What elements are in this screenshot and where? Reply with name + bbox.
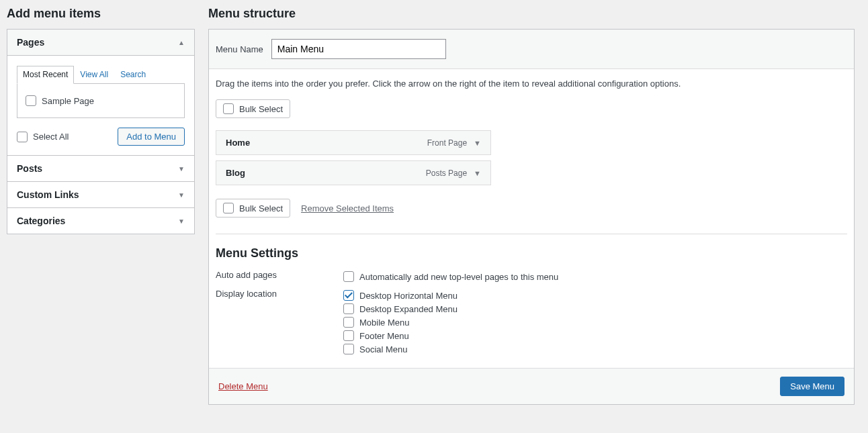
menu-item-title: Home xyxy=(226,138,250,148)
menu-settings: Menu Settings Auto add pages Automatical… xyxy=(216,246,847,356)
location-label-4: Social Menu xyxy=(359,344,408,354)
menu-frame: Menu Name Drag the items into the order … xyxy=(208,29,855,405)
chevron-down-icon: ▼ xyxy=(178,218,185,225)
menu-footer: Delete Menu Save Menu xyxy=(209,368,854,404)
location-social[interactable]: Social Menu xyxy=(343,342,847,356)
location-label-1: Desktop Expanded Menu xyxy=(359,304,458,314)
accordion-custom-links-header[interactable]: Custom Links ▼ xyxy=(7,182,194,208)
location-label-3: Footer Menu xyxy=(359,331,409,341)
accordion-categories-header[interactable]: Categories ▼ xyxy=(7,208,194,234)
add-to-menu-button[interactable]: Add to Menu xyxy=(118,128,185,146)
location-checkbox-1[interactable] xyxy=(343,303,354,314)
menu-items-list: Home Front Page ▼ Blog Posts Page ▼ xyxy=(216,130,847,185)
chevron-down-icon[interactable]: ▼ xyxy=(474,139,481,147)
bulk-select-label: Bulk Select xyxy=(239,104,283,114)
pages-tab-content: Sample Page xyxy=(17,83,185,118)
location-checkbox-3[interactable] xyxy=(343,330,354,341)
display-location-options: Desktop Horizontal Menu Desktop Expanded… xyxy=(343,289,847,356)
display-location-label: Display location xyxy=(216,289,343,356)
location-checkbox-2[interactable] xyxy=(343,317,354,328)
location-mobile[interactable]: Mobile Menu xyxy=(343,316,847,329)
auto-add-pages-checkbox[interactable] xyxy=(343,271,354,282)
page-item-checkbox[interactable] xyxy=(26,95,36,106)
location-label-2: Mobile Menu xyxy=(359,318,409,328)
delete-menu-link[interactable]: Delete Menu xyxy=(218,381,268,391)
tab-most-recent[interactable]: Most Recent xyxy=(17,66,74,84)
bulk-select-bottom[interactable]: Bulk Select xyxy=(216,199,290,218)
bulk-select-label-bottom: Bulk Select xyxy=(239,203,283,213)
instructions-text: Drag the items into the order you prefer… xyxy=(216,79,847,89)
divider xyxy=(216,234,847,234)
accordion-custom-links-label: Custom Links xyxy=(17,189,79,200)
page-item-sample-page[interactable]: Sample Page xyxy=(26,92,176,109)
menu-settings-heading: Menu Settings xyxy=(216,246,847,260)
menu-structure-heading: Menu structure xyxy=(208,7,855,21)
location-checkbox-0[interactable] xyxy=(343,290,354,301)
location-checkbox-4[interactable] xyxy=(343,344,354,354)
page-item-label: Sample Page xyxy=(42,96,94,106)
auto-add-pages-option[interactable]: Automatically add new top-level pages to… xyxy=(343,270,847,283)
auto-add-pages-label: Auto add pages xyxy=(216,270,343,283)
menu-item-home[interactable]: Home Front Page ▼ xyxy=(216,130,491,155)
accordion-pages-label: Pages xyxy=(17,37,44,48)
menu-item-type: Front Page xyxy=(427,138,467,148)
chevron-up-icon: ▲ xyxy=(178,39,185,46)
location-footer[interactable]: Footer Menu xyxy=(343,329,847,342)
menu-item-blog[interactable]: Blog Posts Page ▼ xyxy=(216,160,491,185)
menu-name-label: Menu Name xyxy=(216,44,263,54)
select-all-label: Select All xyxy=(33,132,69,142)
location-desktop-horizontal[interactable]: Desktop Horizontal Menu xyxy=(343,289,847,302)
tab-view-all[interactable]: View All xyxy=(74,66,114,84)
menu-header: Menu Name xyxy=(209,30,854,69)
bulk-select-checkbox-top[interactable] xyxy=(223,103,234,114)
pages-tab-row: Most Recent View All Search xyxy=(17,65,185,83)
accordion-pages-header[interactable]: Pages ▲ xyxy=(7,30,194,56)
menu-item-title: Blog xyxy=(226,168,245,178)
bulk-select-top[interactable]: Bulk Select xyxy=(216,99,290,118)
location-desktop-expanded[interactable]: Desktop Expanded Menu xyxy=(343,302,847,316)
select-all-checkbox[interactable] xyxy=(17,132,28,142)
bulk-select-checkbox-bottom[interactable] xyxy=(223,203,234,213)
save-menu-button[interactable]: Save Menu xyxy=(780,377,844,396)
remove-selected-link: Remove Selected Items xyxy=(301,203,394,213)
menu-item-type: Posts Page xyxy=(426,169,467,178)
select-all-row[interactable]: Select All xyxy=(17,132,69,142)
tab-search[interactable]: Search xyxy=(114,66,152,84)
chevron-down-icon[interactable]: ▼ xyxy=(474,169,481,177)
menu-name-input[interactable] xyxy=(271,39,446,59)
location-label-0: Desktop Horizontal Menu xyxy=(359,291,458,301)
accordion-categories-label: Categories xyxy=(17,215,65,226)
chevron-down-icon: ▼ xyxy=(178,191,185,199)
add-menu-items-heading: Add menu items xyxy=(7,7,195,21)
accordion-posts-label: Posts xyxy=(17,163,42,174)
auto-add-pages-text: Automatically add new top-level pages to… xyxy=(359,272,558,282)
chevron-down-icon: ▼ xyxy=(178,165,185,173)
accordion-posts-header[interactable]: Posts ▼ xyxy=(7,156,194,182)
accordion: Pages ▲ Most Recent View All Search Samp… xyxy=(7,29,195,234)
accordion-pages-body: Most Recent View All Search Sample Page … xyxy=(7,56,194,156)
